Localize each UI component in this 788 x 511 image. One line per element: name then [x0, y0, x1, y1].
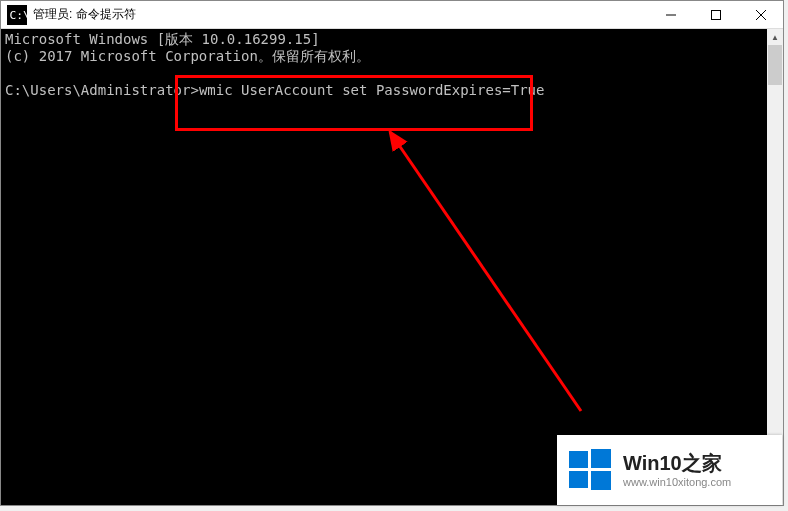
close-button[interactable] [738, 1, 783, 28]
terminal-area[interactable]: Microsoft Windows [版本 10.0.16299.15] (c)… [1, 29, 783, 505]
maximize-button[interactable] [693, 1, 738, 28]
svg-rect-10 [569, 471, 588, 488]
scroll-up-arrow[interactable]: ▲ [767, 29, 783, 45]
window-title: 管理员: 命令提示符 [33, 6, 648, 23]
svg-rect-9 [591, 449, 611, 468]
terminal-output: Microsoft Windows [版本 10.0.16299.15] (c)… [1, 29, 783, 101]
titlebar: C:\ 管理员: 命令提示符 [1, 1, 783, 29]
cmd-icon: C:\ [7, 5, 27, 25]
line-version: Microsoft Windows [版本 10.0.16299.15] [5, 31, 320, 47]
svg-rect-3 [711, 10, 720, 19]
watermark-title: Win10之家 [623, 452, 731, 474]
cmd-window: C:\ 管理员: 命令提示符 Microsoft Windows [版本 10.… [0, 0, 784, 506]
svg-rect-8 [569, 451, 588, 468]
prompt-path: C:\Users\Administrator> [5, 82, 199, 98]
window-controls [648, 1, 783, 28]
watermark-url: www.win10xitong.com [623, 476, 731, 488]
svg-rect-11 [591, 471, 611, 490]
watermark: Win10之家 www.win10xitong.com [557, 435, 782, 505]
minimize-button[interactable] [648, 1, 693, 28]
vertical-scrollbar[interactable]: ▲ ▼ [767, 29, 783, 505]
line-copyright: (c) 2017 Microsoft Corporation。保留所有权利。 [5, 48, 370, 64]
windows-logo-icon [567, 447, 613, 493]
watermark-text: Win10之家 www.win10xitong.com [623, 452, 731, 488]
scroll-thumb[interactable] [768, 45, 782, 85]
svg-text:C:\: C:\ [10, 8, 28, 21]
typed-command: wmic UserAccount set PasswordExpires=Tru… [199, 82, 545, 98]
